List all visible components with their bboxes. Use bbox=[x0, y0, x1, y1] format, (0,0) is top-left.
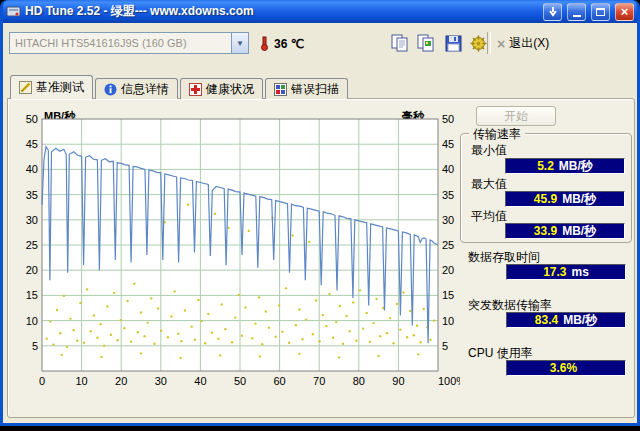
temperature-value: 36 ℃ bbox=[274, 37, 304, 51]
tab-benchmark[interactable]: 基准测试 bbox=[10, 75, 93, 99]
close-icon: × bbox=[621, 5, 629, 18]
save-icon bbox=[444, 34, 463, 53]
minimize-icon bbox=[573, 15, 581, 17]
svg-text:40: 40 bbox=[26, 163, 38, 175]
close-button[interactable]: × bbox=[615, 3, 634, 21]
temperature-readout: 36 ℃ bbox=[260, 36, 304, 51]
download-icon bbox=[548, 7, 558, 17]
options-gear-icon bbox=[469, 34, 488, 53]
benchmark-icon bbox=[19, 81, 32, 94]
max-value-box: 45.9 MB/秒 bbox=[505, 191, 625, 207]
svg-text:50: 50 bbox=[442, 113, 454, 125]
benchmark-panel: MB/秒 毫秒 50504545404035353030252520201515… bbox=[7, 98, 635, 418]
burst-rate-value: 83.4 bbox=[535, 313, 558, 327]
health-cross-icon bbox=[189, 83, 202, 96]
avg-unit: MB/秒 bbox=[562, 223, 596, 240]
cpu-usage-value-box: 3.6% bbox=[506, 360, 626, 376]
svg-text:5: 5 bbox=[32, 340, 38, 352]
svg-text:30: 30 bbox=[26, 214, 38, 226]
access-time-value: 17.3 bbox=[543, 265, 566, 279]
svg-text:40: 40 bbox=[442, 163, 454, 175]
svg-text:25: 25 bbox=[442, 239, 454, 251]
svg-text:60: 60 bbox=[273, 375, 285, 387]
app-icon bbox=[6, 4, 21, 19]
svg-text:15: 15 bbox=[26, 289, 38, 301]
cpu-usage-value: 3.6% bbox=[550, 361, 577, 375]
copy-text-button[interactable] bbox=[387, 31, 412, 56]
access-time-value-box: 17.3 ms bbox=[506, 264, 626, 280]
copy-image-button[interactable] bbox=[413, 31, 438, 56]
start-button[interactable]: 开始 bbox=[476, 106, 556, 126]
svg-text:0: 0 bbox=[39, 375, 45, 387]
copy-image-icon bbox=[416, 34, 436, 53]
svg-text:80: 80 bbox=[353, 375, 365, 387]
max-unit: MB/秒 bbox=[562, 191, 596, 208]
svg-text:10: 10 bbox=[442, 315, 454, 327]
info-icon bbox=[104, 83, 117, 96]
max-value: 45.9 bbox=[534, 192, 557, 206]
svg-text:35: 35 bbox=[26, 189, 38, 201]
maximize-icon bbox=[596, 8, 605, 16]
svg-text:20: 20 bbox=[115, 375, 127, 387]
chevron-down-icon[interactable]: ▼ bbox=[231, 33, 248, 53]
svg-text:20: 20 bbox=[442, 264, 454, 276]
svg-text:15: 15 bbox=[442, 289, 454, 301]
drive-select[interactable]: HITACHI HTS541616J9S (160 GB) ▼ bbox=[9, 32, 249, 54]
transfer-rate-group: 传输速率 最小值 5.2 MB/秒 最大值 45.9 MB/秒 平均值 bbox=[460, 133, 632, 243]
min-value-box: 5.2 MB/秒 bbox=[505, 158, 625, 174]
client-area: HITACHI HTS541616J9S (160 GB) ▼ 36 ℃ × bbox=[3, 23, 637, 423]
avg-value: 33.9 bbox=[534, 224, 557, 238]
hdtune-window: HD Tune 2.52 - 绿盟--- www.xdowns.com × HI… bbox=[0, 0, 640, 426]
svg-text:100%: 100% bbox=[438, 375, 460, 387]
tab-benchmark-label: 基准测试 bbox=[36, 79, 84, 96]
svg-text:30: 30 bbox=[155, 375, 167, 387]
svg-text:25: 25 bbox=[26, 239, 38, 251]
exit-button[interactable]: × 退出(X) bbox=[497, 35, 549, 52]
svg-text:45: 45 bbox=[442, 138, 454, 150]
tab-health-label: 健康状况 bbox=[206, 81, 254, 98]
svg-text:10: 10 bbox=[26, 315, 38, 327]
svg-text:45: 45 bbox=[26, 138, 38, 150]
tab-error-scan[interactable]: 错误扫描 bbox=[265, 78, 348, 99]
thermometer-icon bbox=[260, 36, 269, 51]
download-button[interactable] bbox=[543, 3, 562, 21]
maximize-button[interactable] bbox=[591, 3, 610, 21]
burst-rate-unit: MB/秒 bbox=[563, 312, 597, 329]
exit-label: 退出(X) bbox=[509, 35, 549, 52]
max-label: 最大值 bbox=[471, 176, 507, 193]
copy-icon bbox=[390, 34, 410, 53]
min-label: 最小值 bbox=[471, 142, 507, 159]
drive-select-value: HITACHI HTS541616J9S (160 GB) bbox=[10, 37, 231, 49]
svg-text:70: 70 bbox=[313, 375, 325, 387]
error-scan-grid-icon bbox=[274, 83, 287, 96]
min-value: 5.2 bbox=[537, 159, 554, 173]
svg-text:50: 50 bbox=[234, 375, 246, 387]
transfer-rate-group-title: 传输速率 bbox=[469, 126, 525, 143]
burst-rate-value-box: 83.4 MB/秒 bbox=[506, 312, 626, 328]
tab-bar: 基准测试 信息详情 健康状况 错误扫描 bbox=[8, 76, 348, 99]
avg-label: 平均值 bbox=[471, 208, 507, 225]
tab-info[interactable]: 信息详情 bbox=[95, 78, 178, 99]
svg-text:5: 5 bbox=[442, 340, 448, 352]
svg-text:50: 50 bbox=[26, 113, 38, 125]
svg-text:40: 40 bbox=[194, 375, 206, 387]
tab-error-scan-label: 错误扫描 bbox=[291, 81, 339, 98]
window-title: HD Tune 2.52 - 绿盟--- www.xdowns.com bbox=[25, 3, 538, 20]
titlebar[interactable]: HD Tune 2.52 - 绿盟--- www.xdowns.com × bbox=[3, 0, 637, 23]
tab-health[interactable]: 健康状况 bbox=[180, 78, 263, 99]
desktop-stage: HD Tune 2.52 - 绿盟--- www.xdowns.com × HI… bbox=[0, 0, 640, 431]
svg-text:90: 90 bbox=[392, 375, 404, 387]
benchmark-chart: 5050454540403535303025252020151510105501… bbox=[8, 103, 460, 399]
exit-x-icon: × bbox=[497, 37, 505, 51]
access-time-unit: ms bbox=[572, 265, 589, 279]
svg-text:30: 30 bbox=[442, 214, 454, 226]
svg-text:35: 35 bbox=[442, 189, 454, 201]
svg-text:10: 10 bbox=[75, 375, 87, 387]
avg-value-box: 33.9 MB/秒 bbox=[505, 223, 625, 239]
svg-text:20: 20 bbox=[26, 264, 38, 276]
toolbar-separator bbox=[487, 32, 491, 54]
tab-info-label: 信息详情 bbox=[121, 81, 169, 98]
min-unit: MB/秒 bbox=[559, 158, 593, 175]
save-button[interactable] bbox=[441, 31, 466, 56]
minimize-button[interactable] bbox=[567, 3, 586, 21]
